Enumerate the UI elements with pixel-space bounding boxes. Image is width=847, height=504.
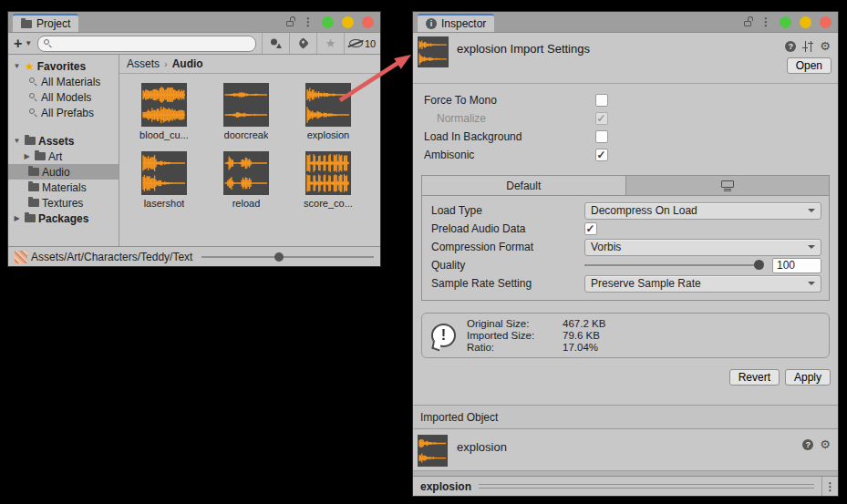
- asset-item-blood-cu[interactable]: blood_cu...: [125, 83, 203, 140]
- sidebar-item-all-materials[interactable]: All Materials: [8, 74, 119, 89]
- star-icon: ★: [325, 36, 336, 50]
- waveform-thumbnail: [305, 83, 351, 127]
- asset-item-reload[interactable]: reload: [207, 151, 285, 209]
- asset-item-explosion[interactable]: explosion: [289, 83, 367, 140]
- alert-bubble-icon: !: [431, 324, 456, 347]
- asset-item-lasershot[interactable]: lasershot: [125, 151, 203, 209]
- tab-default-platform[interactable]: Default: [422, 176, 626, 195]
- project-status-bar: Assets/Art/Characters/Teddy/Text: [8, 246, 380, 266]
- tab-project[interactable]: Project: [13, 14, 78, 32]
- load-type-dropdown[interactable]: Decompress On Load: [584, 202, 821, 220]
- sidebar-item-assets[interactable]: ▼ Assets: [8, 133, 119, 149]
- preview-drag-handle[interactable]: [479, 484, 814, 489]
- ambisonic-checkbox[interactable]: [595, 149, 608, 161]
- import-settings-header: explosion Import Settings ? ⚙ Open: [413, 33, 838, 84]
- waveform-thumbnail: [223, 151, 269, 195]
- compression-format-dropdown[interactable]: Vorbis: [584, 239, 821, 256]
- window-yellow-dot[interactable]: [800, 16, 811, 28]
- expander-icon[interactable]: ▶: [12, 214, 22, 222]
- plus-icon: +: [14, 36, 22, 52]
- window-red-dot[interactable]: [362, 16, 374, 28]
- window-green-dot[interactable]: [322, 16, 334, 28]
- load-in-background-checkbox[interactable]: [595, 130, 608, 143]
- window-green-dot[interactable]: [780, 16, 791, 28]
- slider-knob[interactable]: [754, 260, 764, 270]
- project-tree: ▼ ★ Favorites All Materials All Models A…: [8, 55, 119, 246]
- expander-icon[interactable]: ▶: [22, 152, 32, 160]
- favorites-filter-button[interactable]: ★: [316, 33, 344, 54]
- info-value: 467.2 KB: [563, 318, 605, 329]
- import-size-info-box: ! Original Size: 467.2 KB Imported Size:…: [421, 313, 830, 358]
- search-icon: [28, 108, 38, 118]
- search-icon: [28, 77, 38, 87]
- info-label: Original Size:: [467, 318, 563, 329]
- sidebar-item-favorites[interactable]: ▼ ★ Favorites: [8, 58, 119, 74]
- force-to-mono-checkbox[interactable]: [595, 94, 608, 107]
- section-label: Imported Object: [420, 411, 498, 424]
- sidebar-item-all-prefabs[interactable]: All Prefabs: [8, 105, 119, 120]
- window-menu-icon[interactable]: ⋮: [303, 16, 314, 27]
- window-red-dot[interactable]: [820, 16, 832, 28]
- preview-menu-button[interactable]: ⋮: [821, 477, 838, 496]
- sidebar-item-materials[interactable]: Materials: [8, 180, 119, 195]
- quality-slider[interactable]: [584, 264, 763, 266]
- search-field[interactable]: [37, 36, 256, 52]
- gear-icon[interactable]: ⚙: [820, 438, 831, 450]
- lock-icon[interactable]: [285, 16, 294, 27]
- waveform-thumbnail: [141, 83, 187, 127]
- expander-icon[interactable]: ▼: [12, 62, 22, 70]
- gear-icon[interactable]: ⚙: [820, 40, 831, 52]
- create-asset-button[interactable]: + ▼: [8, 36, 37, 52]
- original-size-row: Original Size: 467.2 KB: [467, 318, 605, 329]
- open-button[interactable]: Open: [787, 57, 832, 74]
- info-icon: i: [426, 18, 437, 29]
- expander-icon[interactable]: ▼: [12, 137, 22, 145]
- sidebar-item-all-models[interactable]: All Models: [8, 89, 119, 105]
- window-yellow-dot[interactable]: [342, 16, 354, 28]
- audio-clip-icon: [418, 36, 449, 67]
- window-menu-icon[interactable]: ⋮: [760, 16, 771, 27]
- breadcrumb-current[interactable]: Audio: [172, 57, 203, 70]
- tree-label: Art: [48, 150, 62, 163]
- presets-icon[interactable]: [802, 41, 813, 52]
- asset-item-doorcreak[interactable]: doorcreak: [207, 83, 285, 140]
- tree-label: Assets: [38, 135, 74, 148]
- preload-audio-data-checkbox[interactable]: [584, 222, 597, 235]
- imported-object-section-header: Imported Object: [413, 405, 838, 429]
- asset-item-score-co[interactable]: score_co...: [289, 151, 367, 209]
- thumbnail-zoom-slider[interactable]: [201, 256, 374, 258]
- apply-button[interactable]: Apply: [785, 369, 831, 386]
- sample-rate-dropdown[interactable]: Preserve Sample Rate: [584, 275, 821, 293]
- revert-button[interactable]: Revert: [729, 369, 780, 386]
- tree-label: All Prefabs: [41, 107, 94, 119]
- help-icon[interactable]: ?: [785, 41, 796, 52]
- asset-name: blood_cu...: [139, 129, 189, 140]
- search-by-label-button[interactable]: [289, 33, 316, 54]
- help-icon[interactable]: ?: [802, 439, 813, 450]
- label-tag-icon: [297, 37, 309, 49]
- tab-standalone-platform[interactable]: [626, 176, 830, 195]
- sample-rate-setting-row: Sample Rate Setting Preserve Sample Rate: [422, 274, 829, 293]
- breadcrumb-root[interactable]: Assets: [127, 57, 160, 70]
- sidebar-item-packages[interactable]: ▶ Packages: [8, 211, 119, 226]
- audio-clip-icon: [418, 435, 448, 467]
- sidebar-item-audio[interactable]: Audio: [8, 164, 119, 180]
- sidebar-item-textures[interactable]: Textures: [8, 195, 119, 211]
- folder-open-icon: [25, 137, 36, 145]
- imported-size-row: Imported Size: 79.6 KB: [467, 330, 605, 341]
- project-tabstrip: Project ⋮: [8, 12, 380, 33]
- search-by-type-button[interactable]: [262, 33, 289, 54]
- imported-object-header: explosion ? ⚙: [413, 429, 838, 476]
- field-label: Load Type: [431, 204, 584, 217]
- folder-icon: [21, 20, 32, 28]
- search-input[interactable]: [57, 37, 251, 50]
- preview-header-bar[interactable]: explosion ⋮: [413, 476, 838, 496]
- imported-object-name: explosion: [457, 440, 507, 454]
- tree-label: Favorites: [37, 60, 86, 73]
- lock-icon[interactable]: [743, 16, 752, 27]
- slider-knob[interactable]: [274, 252, 284, 262]
- sidebar-item-art[interactable]: ▶ Art: [8, 149, 119, 164]
- quality-value-field[interactable]: 100: [772, 258, 821, 273]
- tab-inspector[interactable]: i Inspector: [418, 14, 494, 32]
- hidden-items-button[interactable]: 10: [344, 33, 380, 54]
